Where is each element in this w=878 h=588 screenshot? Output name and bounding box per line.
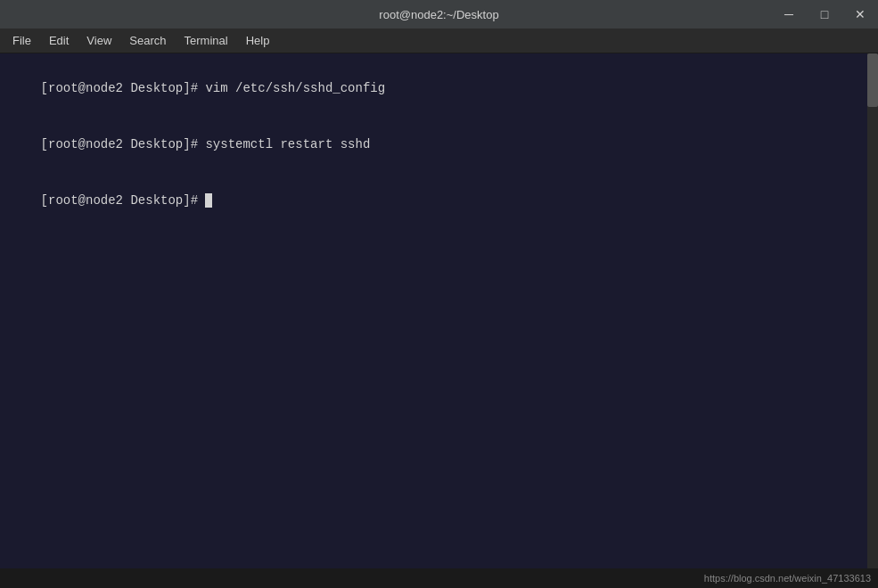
window-title: root@node2:~/Desktop (379, 8, 498, 21)
terminal-body[interactable]: [root@node2 Desktop]# vim /etc/ssh/sshd_… (0, 53, 878, 568)
terminal-cursor (205, 193, 212, 208)
terminal-line-3: [root@node2 Desktop]# (11, 173, 867, 229)
menu-help[interactable]: Help (237, 30, 279, 51)
menu-view[interactable]: View (78, 30, 120, 51)
scrollbar-thumb[interactable] (867, 53, 878, 107)
terminal-command-2: systemctl restart sshd (205, 137, 370, 151)
terminal-command-1: vim /etc/ssh/sshd_config (205, 81, 385, 95)
scrollbar-track[interactable] (867, 53, 878, 568)
status-bar: https://blog.csdn.net/weixin_47133613 (0, 568, 878, 588)
terminal-prompt-3: [root@node2 Desktop]# (41, 193, 206, 208)
terminal-prompt-2: [root@node2 Desktop]# (41, 137, 206, 151)
terminal-line-2: [root@node2 Desktop]# systemctl restart … (11, 117, 867, 173)
terminal-prompt-1: [root@node2 Desktop]# (41, 81, 206, 95)
title-bar: root@node2:~/Desktop ─ □ ✕ (0, 0, 878, 29)
close-button[interactable]: ✕ (842, 0, 878, 29)
menu-file[interactable]: File (4, 30, 40, 51)
maximize-button[interactable]: □ (807, 0, 842, 29)
menu-edit[interactable]: Edit (40, 30, 78, 51)
minimize-button[interactable]: ─ (771, 0, 807, 29)
status-url: https://blog.csdn.net/weixin_47133613 (704, 573, 871, 584)
terminal-line-1: [root@node2 Desktop]# vim /etc/ssh/sshd_… (11, 61, 867, 117)
menu-search[interactable]: Search (120, 30, 175, 51)
menu-terminal[interactable]: Terminal (176, 30, 237, 51)
window-controls: ─ □ ✕ (771, 0, 878, 29)
menu-bar: File Edit View Search Terminal Help (0, 29, 878, 53)
